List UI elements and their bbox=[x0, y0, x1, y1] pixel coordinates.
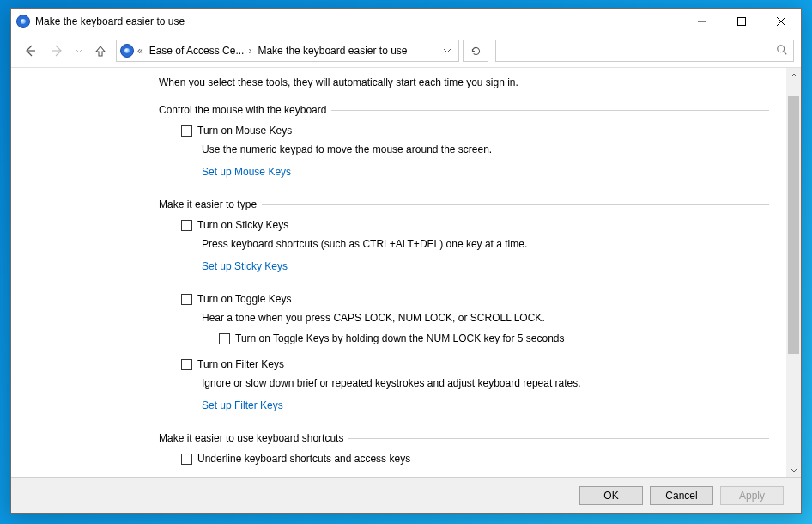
group-mouse-legend: Control the mouse with the keyboard bbox=[159, 104, 769, 116]
scrollbar-track[interactable] bbox=[786, 82, 801, 462]
refresh-button[interactable] bbox=[463, 40, 488, 62]
underline-shortcuts-label: Underline keyboard shortcuts and access … bbox=[197, 453, 410, 465]
filter-keys-desc: Ignore or slow down brief or repeated ke… bbox=[202, 377, 769, 389]
scroll-down-button[interactable] bbox=[786, 462, 801, 477]
chevron-right-icon[interactable]: › bbox=[248, 45, 253, 57]
search-icon[interactable] bbox=[776, 44, 788, 58]
ok-button[interactable]: OK bbox=[579, 486, 643, 505]
up-button[interactable] bbox=[88, 39, 112, 63]
intro-text: When you select these tools, they will a… bbox=[159, 76, 769, 88]
minimize-button[interactable] bbox=[682, 9, 722, 34]
window-title: Make the keyboard easier to use bbox=[35, 15, 185, 27]
group-shortcuts-legend: Make it easier to use keyboard shortcuts bbox=[159, 432, 769, 444]
forward-button[interactable] bbox=[45, 39, 70, 63]
svg-point-1 bbox=[778, 45, 785, 52]
group-type-legend: Make it easier to type bbox=[159, 198, 769, 210]
toggle-keys-checkbox-row[interactable]: Turn on Toggle Keys bbox=[181, 293, 769, 305]
filter-keys-label: Turn on Filter Keys bbox=[197, 358, 284, 370]
dialog-footer: OK Cancel Apply bbox=[11, 477, 801, 513]
search-box[interactable] bbox=[495, 40, 794, 62]
scrollbar-thumb[interactable] bbox=[788, 96, 799, 354]
breadcrumb-parent[interactable]: Ease of Access Ce... bbox=[147, 45, 247, 57]
titlebar: Make the keyboard easier to use bbox=[11, 9, 801, 34]
toggle-keys-numlock-label: Turn on Toggle Keys by holding down the … bbox=[235, 332, 565, 344]
setup-mouse-keys-link[interactable]: Set up Mouse Keys bbox=[202, 166, 291, 178]
back-button[interactable] bbox=[18, 39, 42, 63]
address-dropdown[interactable] bbox=[438, 45, 457, 57]
breadcrumb-prefix: « bbox=[137, 45, 145, 57]
ease-of-access-icon bbox=[16, 15, 30, 28]
vertical-scrollbar[interactable] bbox=[786, 68, 801, 477]
checkbox-icon[interactable] bbox=[181, 220, 192, 231]
checkbox-icon[interactable] bbox=[181, 359, 192, 370]
checkbox-icon[interactable] bbox=[181, 454, 192, 465]
apply-button[interactable]: Apply bbox=[720, 486, 784, 505]
setup-sticky-keys-link[interactable]: Set up Sticky Keys bbox=[202, 260, 288, 272]
control-panel-window: Make the keyboard easier to use bbox=[10, 8, 802, 514]
maximize-button[interactable] bbox=[722, 9, 761, 34]
underline-shortcuts-checkbox-row[interactable]: Underline keyboard shortcuts and access … bbox=[181, 453, 769, 465]
toggle-keys-desc: Hear a tone when you press CAPS LOCK, NU… bbox=[202, 312, 769, 324]
sticky-keys-checkbox-row[interactable]: Turn on Sticky Keys bbox=[181, 219, 769, 231]
toggle-keys-label: Turn on Toggle Keys bbox=[197, 293, 291, 305]
setup-filter-keys-link[interactable]: Set up Filter Keys bbox=[202, 399, 283, 411]
ease-of-access-icon bbox=[120, 44, 134, 58]
address-bar[interactable]: « Ease of Access Ce... › Make the keyboa… bbox=[116, 40, 459, 62]
sticky-keys-label: Turn on Sticky Keys bbox=[197, 219, 288, 231]
checkbox-icon[interactable] bbox=[181, 294, 192, 305]
navigation-bar: « Ease of Access Ce... › Make the keyboa… bbox=[11, 34, 801, 67]
checkbox-icon[interactable] bbox=[219, 333, 230, 344]
content-area: When you select these tools, they will a… bbox=[11, 68, 786, 477]
filter-keys-checkbox-row[interactable]: Turn on Filter Keys bbox=[181, 358, 769, 370]
scroll-up-button[interactable] bbox=[786, 68, 801, 82]
mouse-keys-label: Turn on Mouse Keys bbox=[197, 125, 292, 137]
svg-rect-0 bbox=[738, 18, 746, 26]
checkbox-icon[interactable] bbox=[181, 125, 192, 137]
close-button[interactable] bbox=[761, 9, 801, 34]
breadcrumb-current[interactable]: Make the keyboard easier to use bbox=[255, 45, 409, 57]
search-input[interactable] bbox=[501, 44, 776, 58]
mouse-keys-desc: Use the numeric keypad to move the mouse… bbox=[202, 143, 769, 155]
sticky-keys-desc: Press keyboard shortcuts (such as CTRL+A… bbox=[202, 238, 769, 250]
mouse-keys-checkbox-row[interactable]: Turn on Mouse Keys bbox=[181, 125, 769, 137]
cancel-button[interactable]: Cancel bbox=[650, 486, 713, 505]
toggle-keys-numlock-checkbox-row[interactable]: Turn on Toggle Keys by holding down the … bbox=[219, 332, 769, 344]
recent-locations-dropdown[interactable] bbox=[73, 39, 85, 63]
